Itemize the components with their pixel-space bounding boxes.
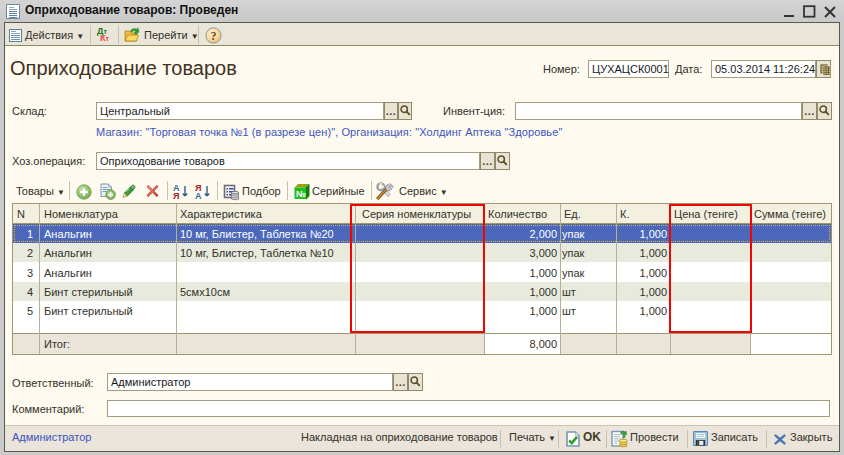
svg-text:Я: Я (173, 191, 179, 200)
svg-text:?: ? (211, 29, 217, 43)
svg-text:№: № (296, 189, 306, 199)
svg-text:А: А (195, 191, 202, 200)
